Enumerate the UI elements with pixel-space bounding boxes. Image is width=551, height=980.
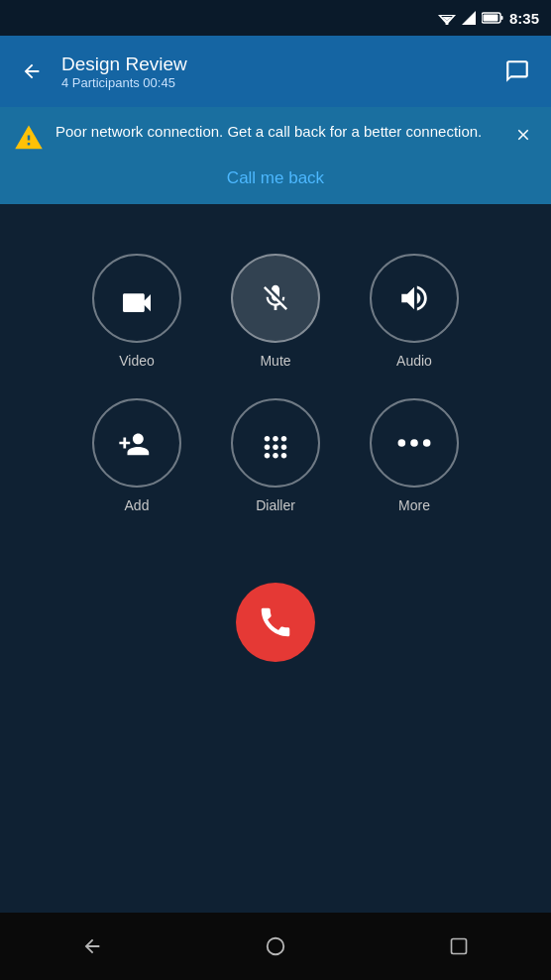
alert-close-button[interactable]	[509, 121, 537, 149]
svg-point-11	[268, 938, 284, 955]
recent-nav-icon	[449, 936, 469, 956]
home-nav-icon	[265, 935, 286, 957]
more-label: More	[398, 497, 430, 513]
status-icons: 8:35	[438, 10, 539, 27]
svg-rect-6	[500, 16, 502, 20]
more-control[interactable]: More	[370, 398, 459, 513]
more-icon	[395, 436, 433, 450]
warning-icon	[14, 123, 44, 157]
audio-icon	[397, 281, 431, 315]
add-control[interactable]: Add	[92, 398, 181, 513]
controls-row-2: Add Dialler	[92, 398, 459, 513]
back-nav-icon	[81, 935, 103, 957]
status-time: 8:35	[509, 10, 539, 27]
bottom-navigation	[0, 913, 551, 980]
video-icon	[118, 284, 156, 312]
header: Design Review 4 Participants 00:45	[0, 36, 551, 107]
svg-rect-12	[452, 939, 467, 954]
chat-button[interactable]	[497, 52, 537, 91]
back-nav-button[interactable]	[67, 922, 117, 971]
add-label: Add	[125, 497, 150, 513]
triangle-warning-icon	[14, 123, 44, 153]
audio-label: Audio	[396, 353, 432, 369]
more-circle[interactable]	[370, 398, 459, 488]
battery-icon	[482, 12, 503, 24]
status-bar: 8:35	[0, 0, 551, 36]
end-call-area	[236, 583, 315, 662]
call-subtitle: 4 Participants 00:45	[61, 75, 486, 90]
add-circle[interactable]	[92, 398, 181, 488]
close-icon	[514, 126, 532, 144]
svg-point-8	[398, 439, 406, 447]
mute-label: Mute	[260, 353, 290, 369]
recent-nav-button[interactable]	[434, 922, 484, 971]
mute-control[interactable]: Mute	[231, 254, 320, 369]
controls-area: Video Mute Audio	[0, 204, 551, 913]
svg-rect-7	[483, 15, 497, 22]
video-label: Video	[119, 353, 155, 369]
wifi-icon	[438, 11, 456, 25]
add-people-icon	[118, 428, 156, 458]
home-nav-button[interactable]	[251, 922, 300, 971]
mute-icon	[260, 282, 291, 314]
mute-circle[interactable]	[231, 254, 320, 343]
audio-circle[interactable]	[370, 254, 459, 343]
alert-message: Poor network connection. Get a call back…	[55, 121, 497, 143]
video-circle[interactable]	[92, 254, 181, 343]
dialler-label: Dialler	[256, 497, 295, 513]
chat-icon	[504, 58, 530, 84]
svg-marker-4	[462, 11, 476, 25]
controls-row-1: Video Mute Audio	[92, 254, 459, 369]
main-content: Poor network connection. Get a call back…	[0, 107, 551, 913]
video-control[interactable]: Video	[92, 254, 181, 369]
call-title: Design Review	[61, 54, 486, 75]
end-call-icon	[257, 603, 294, 641]
dialler-circle[interactable]	[231, 398, 320, 488]
signal-icon	[462, 11, 476, 25]
alert-top: Poor network connection. Get a call back…	[14, 121, 537, 157]
dialler-control[interactable]: Dialler	[231, 398, 320, 513]
dialler-icon	[259, 426, 292, 460]
back-icon	[21, 60, 43, 82]
end-call-button[interactable]	[236, 583, 315, 662]
svg-point-9	[410, 439, 418, 447]
header-info: Design Review 4 Participants 00:45	[61, 54, 486, 90]
alert-banner: Poor network connection. Get a call back…	[0, 107, 551, 204]
call-me-back-link[interactable]: Call me back	[14, 157, 537, 204]
back-button[interactable]	[14, 54, 50, 89]
svg-point-10	[423, 439, 431, 447]
audio-control[interactable]: Audio	[370, 254, 459, 369]
